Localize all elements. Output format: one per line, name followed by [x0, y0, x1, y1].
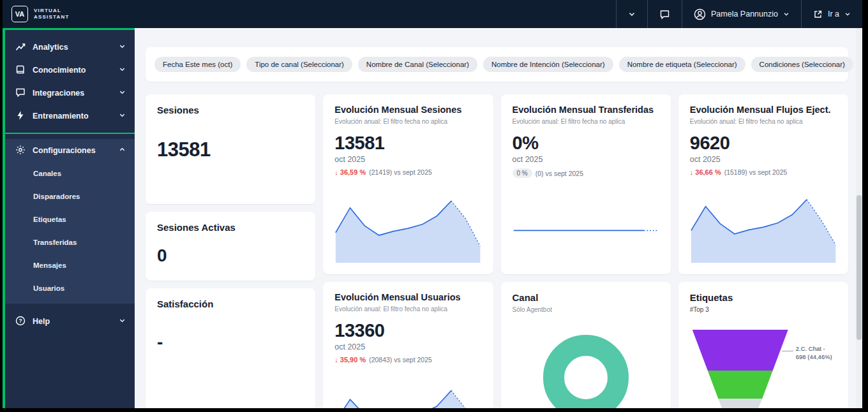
chevron-down-icon — [783, 11, 789, 17]
delta-badge: 0 % — [513, 168, 532, 178]
card-etiquetas: Etiquetas #Top 3 2.C. Chat - 698 (44,46%… — [678, 282, 848, 408]
sidebar-subitem-transferidas[interactable]: Transferidas — [5, 231, 135, 254]
card-evolucion-transferidas: Evolución Mensual Transferidas Evolución… — [501, 94, 671, 274]
chat-button[interactable] — [647, 0, 682, 28]
funnel-segment-2[interactable] — [692, 371, 788, 399]
funnel-segment-1[interactable] — [692, 330, 788, 371]
filter-chip-fecha[interactable]: Fecha Este mes (oct) — [154, 57, 241, 72]
evo-transferidas-value: 0% — [513, 133, 659, 154]
period-label: oct 2025 — [334, 155, 481, 164]
sidebar-item-integraciones[interactable]: Integraciones — [5, 82, 135, 105]
chat-icon — [659, 9, 670, 20]
delta-row: ↓ 36,66 % (15189) vs sept 2025 — [690, 168, 837, 176]
help-icon: ? — [15, 316, 26, 328]
satisfaccion-value: - — [157, 332, 304, 353]
card-sesiones-activas: Sesiones Activas 0 — [146, 212, 315, 281]
filter-chip-condiciones[interactable]: Condiciones (Seleccionar) — [751, 57, 853, 72]
sidebar-item-label: Conocimiento — [33, 66, 86, 75]
donut-chart-canal — [543, 335, 629, 408]
brand-line2: ASSISTANT — [34, 14, 70, 20]
topbar-actions: Pamela Pannunzio Ir a — [616, 0, 862, 28]
analytics-icon — [15, 41, 26, 54]
card-subtitle: Evolución anual: El filtro fecha no apli… — [690, 118, 837, 125]
card-evolucion-usuarios: Evolución Mensual Usuarios Evolución anu… — [323, 282, 493, 408]
book-icon — [15, 64, 26, 77]
sidebar-item-conocimiento[interactable]: Conocimiento — [5, 59, 135, 82]
sidebar: Analytics Conocimiento Integraciones — [3, 28, 135, 408]
sidebar-item-analytics[interactable]: Analytics — [5, 36, 135, 59]
app-window: VA VIRTUAL ASSISTANT Pamela Pa — [3, 0, 862, 408]
card-subtitle: Sólo Agentbot — [513, 306, 659, 313]
delta-note: (21419) vs sept 2025 — [369, 168, 432, 176]
delta-note: (15189) vs sept 2025 — [724, 168, 788, 176]
annotation-line1: 2.C. Chat - — [796, 345, 832, 353]
chevron-down-icon — [119, 112, 126, 121]
user-name: Pamela Pannunzio — [711, 10, 778, 18]
delta-note: (20843) vs sept 2025 — [369, 356, 432, 364]
sidebar-subitem-canales[interactable]: Canales — [5, 162, 135, 185]
chat-bubble-icon — [15, 87, 26, 99]
period-label: oct 2025 — [334, 342, 481, 351]
evo-sesiones-value: 13581 — [334, 133, 481, 154]
card-subtitle: Evolución anual: El filtro fecha no apli… — [334, 305, 481, 313]
column-flujos-etiquetas: Evolución Mensual Flujos Eject. Evolució… — [678, 94, 848, 408]
sidebar-subitem-mensajes[interactable]: Mensajes — [5, 254, 135, 277]
delta-value: ↓ 36,59 % — [334, 168, 366, 176]
funnel-chart-etiquetas: 2.C. Chat - 698 (44,46%) d. — [690, 330, 837, 408]
card-title: Evolución Mensual Sesiones — [334, 105, 481, 115]
delta-value: ↓ 35,90 % — [334, 356, 366, 364]
dashboard-grid: Sesiones 13581 Sesiones Activas 0 Satisf… — [146, 94, 848, 408]
sidebar-subitem-etiquetas[interactable]: Etiquetas — [5, 208, 135, 231]
chevron-down-icon — [628, 10, 636, 18]
filter-chip-nombre-intencion[interactable]: Nombre de Intención (Seleccionar) — [483, 57, 613, 72]
sidebar-subitem-usuarios[interactable]: Usuarios — [5, 277, 135, 300]
card-subtitle: Evolución anual: El filtro fecha no apli… — [513, 118, 659, 125]
card-title: Evolución Mensual Transferidas — [513, 105, 659, 115]
topbar: VA VIRTUAL ASSISTANT Pamela Pa — [3, 0, 862, 28]
vertical-scrollbar — [856, 28, 862, 408]
chevron-down-icon — [844, 11, 851, 17]
evo-flujos-value: 9620 — [690, 133, 837, 154]
gear-icon — [15, 145, 26, 157]
sidebar-item-label: Configuraciones — [33, 146, 96, 155]
period-label: oct 2025 — [513, 155, 659, 164]
sidebar-subitem-disparadores[interactable]: Disparadores — [5, 185, 135, 208]
line-chart-sesiones — [334, 188, 481, 264]
brand-text: VIRTUAL ASSISTANT — [34, 8, 70, 20]
funnel-segment-3[interactable] — [692, 399, 788, 408]
sidebar-item-label: Analytics — [33, 43, 68, 52]
scrollbar-thumb[interactable] — [857, 195, 862, 339]
lightning-bolt-icon — [15, 110, 26, 122]
card-evolucion-flujos: Evolución Mensual Flujos Eject. Evolució… — [678, 94, 848, 274]
sidebar-item-configuraciones[interactable]: Configuraciones — [5, 139, 135, 162]
filter-bar: Fecha Este mes (oct) Tipo de canal (Sele… — [146, 47, 848, 82]
funnel-bottom-label: d. — [779, 408, 784, 408]
brand: VA VIRTUAL ASSISTANT — [3, 6, 70, 22]
card-title: Evolución Mensual Flujos Eject. — [690, 105, 837, 115]
topbar-dropdown-button[interactable] — [616, 0, 647, 28]
card-title: Canal — [513, 292, 659, 303]
delta-row: ↓ 36,59 % (21419) vs sept 2025 — [334, 168, 481, 176]
chevron-down-icon — [119, 89, 126, 98]
card-subtitle: Evolución anual: El filtro fecha no apli… — [334, 118, 481, 125]
period-label: oct 2025 — [690, 155, 837, 164]
evo-usuarios-value: 13360 — [334, 320, 481, 341]
card-title: Etiquetas — [690, 292, 837, 303]
user-menu[interactable]: Pamela Pannunzio — [682, 0, 801, 28]
goto-menu[interactable]: Ir a — [801, 0, 862, 28]
filter-chip-nombre-canal[interactable]: Nombre de Canal (Seleccionar) — [358, 57, 477, 72]
sidebar-item-help[interactable]: ? Help — [5, 310, 135, 333]
delta-value: ↓ 36,66 % — [690, 168, 721, 176]
sidebar-item-entrenamiento[interactable]: Entrenamiento — [5, 105, 135, 128]
goto-label: Ir a — [828, 10, 839, 18]
filter-chip-nombre-etiqueta[interactable]: Nombre de etiqueta (Seleccionar) — [619, 57, 745, 72]
delta-row: ↓ 35,90 % (20843) vs sept 2025 — [334, 356, 481, 364]
filter-chip-tipo-canal[interactable]: Tipo de canal (Seleccionar) — [246, 57, 352, 72]
card-title: Sesiones — [157, 105, 304, 115]
line-chart-transferidas — [513, 188, 659, 264]
card-evolucion-sesiones: Evolución Mensual Sesiones Evolución anu… — [323, 94, 493, 274]
delta-row: 0 % (0) vs sept 2025 — [513, 168, 659, 178]
sesiones-value: 13581 — [157, 138, 304, 161]
sidebar-item-label: Help — [33, 317, 50, 326]
funnel-annotation: 2.C. Chat - 698 (44,46%) — [796, 345, 832, 362]
